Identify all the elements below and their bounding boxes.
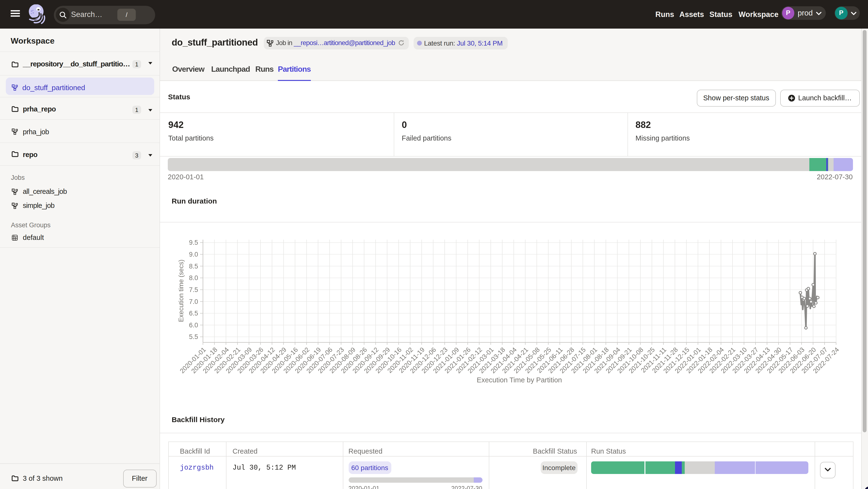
svg-text:8.0: 8.0 <box>189 274 198 281</box>
svg-text:6.5: 6.5 <box>189 309 198 317</box>
svg-text:Execution time (secs): Execution time (secs) <box>178 259 185 322</box>
svg-text:6.0: 6.0 <box>189 321 198 329</box>
svg-text:7.0: 7.0 <box>189 298 198 305</box>
svg-text:7.5: 7.5 <box>189 286 198 293</box>
svg-text:Execution Time by Partition: Execution Time by Partition <box>477 376 562 384</box>
svg-text:9.0: 9.0 <box>189 251 198 258</box>
svg-text:8.5: 8.5 <box>189 262 198 270</box>
svg-text:5.5: 5.5 <box>189 333 198 340</box>
svg-text:9.5: 9.5 <box>189 239 198 246</box>
